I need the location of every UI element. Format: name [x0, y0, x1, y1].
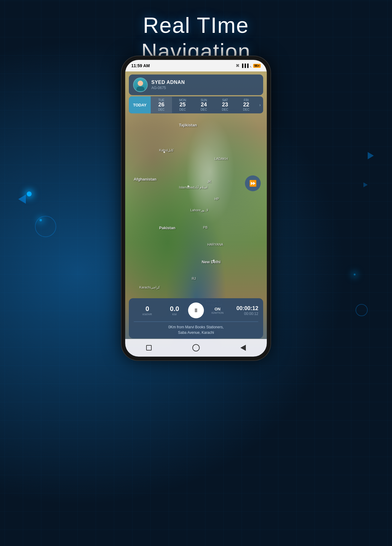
deco-triangle-right2 — [363, 182, 368, 187]
bottom-panel: 0 KM/HR 0.0 KM ⏸ ON IGNITION — [129, 298, 263, 338]
map-label-tajikistan: Tajikistan — [179, 123, 197, 127]
deco-circle-1 — [35, 216, 56, 237]
date-strip[interactable]: TODAY TUE 26 DEC MON 25 DEC SUN — [129, 96, 263, 113]
nav-circle-icon — [192, 344, 200, 351]
timer-stat: 00:00:12 00:00:12 — [231, 305, 259, 316]
map-label-afghanistan: Afghanistan — [134, 177, 156, 181]
date-item-sun[interactable]: SUN 24 DEC — [193, 97, 215, 113]
map-dot-delhi — [213, 260, 215, 261]
date-month-4: DEC — [237, 108, 256, 111]
date-day-num-2: 24 — [194, 102, 213, 108]
phone-screen: 11:59 AM ⌘ ▐▐▐ ◟ 96+ Tajikistan Afghanis… — [125, 60, 267, 357]
divider — [134, 321, 258, 322]
timer-main: 00:00:12 — [231, 305, 259, 312]
map-label-rj: RJ — [192, 277, 196, 280]
stats-row: 0 KM/HR 0.0 KM ⏸ ON IGNITION — [134, 302, 258, 318]
speed-value: 0 — [134, 305, 161, 313]
deco-triangle-left — [18, 195, 26, 204]
map-label-kabul: Kabulکابل — [159, 148, 174, 152]
speed-stat: 0 KM/HR — [134, 305, 161, 316]
date-day-num-0: 26 — [152, 102, 171, 108]
deco-triangle-right — [368, 152, 374, 159]
status-icons: ⌘ ▐▐▐ ◟ 96+ — [236, 64, 261, 68]
fast-forward-icon: ⏩ — [249, 180, 257, 187]
map-label-pb: PB — [203, 226, 208, 229]
date-day-num-3: 23 — [216, 102, 235, 108]
pause-icon: ⏸ — [193, 307, 199, 314]
map-label-newdelhi: New Delhi — [202, 260, 221, 264]
ignition-label: IGNITION — [204, 311, 231, 314]
map-label-karachi: Karachiکراچی — [139, 285, 160, 289]
glow-dot-1 — [27, 192, 32, 196]
battery-icon: 96+ — [253, 64, 261, 68]
distance-value: 0.0 — [161, 305, 188, 313]
nav-square-icon — [146, 345, 152, 351]
map-label-jk: JK — [207, 180, 211, 183]
user-name: SYED ADNAN — [151, 80, 259, 85]
ignition-stat: ON IGNITION — [204, 307, 231, 314]
map-label-lahore: Lahoreلاہور — [190, 208, 208, 212]
phone-nav-bar — [125, 339, 267, 357]
phone-frame: 11:59 AM ⌘ ▐▐▐ ◟ 96+ Tajikistan Afghanis… — [122, 56, 270, 360]
nav-home-button[interactable] — [191, 343, 201, 352]
nav-square-button[interactable] — [144, 343, 153, 352]
user-avatar — [133, 78, 148, 92]
user-id: AG-0675 — [151, 86, 259, 90]
phone-mockup: 11:59 AM ⌘ ▐▐▐ ◟ 96+ Tajikistan Afghanis… — [122, 56, 270, 360]
map-label-haryana: HARYANA — [207, 243, 223, 246]
bluetooth-icon: ⌘ — [236, 64, 239, 68]
date-item-tue[interactable]: TUE 26 DEC — [151, 97, 172, 113]
date-items: TUE 26 DEC MON 25 DEC SUN 24 DEC — [151, 96, 257, 113]
date-day-num-4: 22 — [237, 102, 256, 108]
map-label-pakistan: Pakistan — [159, 226, 175, 230]
date-arrow-right[interactable]: › — [257, 96, 263, 113]
date-month-3: DEC — [216, 108, 235, 111]
signal-icon: ▐▐▐ — [241, 64, 249, 68]
distance-label: KM — [161, 313, 188, 316]
map-label-islamabad: Islamabadاسلام آباد — [179, 185, 208, 189]
avatar-figure — [134, 78, 147, 92]
nav-back-button[interactable] — [239, 343, 248, 352]
user-header-card: SYED ADNAN AG-0675 — [129, 74, 263, 95]
date-item-sat[interactable]: SAT 23 DEC — [215, 97, 236, 113]
map-label-ladakh: LADAKH — [215, 157, 228, 161]
date-month-0: DEC — [152, 108, 171, 111]
pause-button[interactable]: ⏸ — [188, 302, 204, 318]
fast-forward-button[interactable]: ⏩ — [245, 175, 261, 191]
distance-stat: 0.0 KM — [161, 305, 188, 316]
date-today-button[interactable]: TODAY — [129, 96, 151, 113]
date-month-2: DEC — [194, 108, 213, 111]
map-label-hp: HP — [215, 197, 219, 201]
nav-triangle-icon — [240, 345, 246, 351]
speed-label: KM/HR — [134, 313, 161, 316]
date-day-num-1: 25 — [173, 102, 192, 108]
status-time: 11:59 AM — [131, 63, 150, 68]
status-bar: 11:59 AM ⌘ ▐▐▐ ◟ 96+ — [125, 60, 267, 71]
user-info: SYED ADNAN AG-0675 — [151, 80, 259, 90]
date-month-1: DEC — [173, 108, 192, 111]
date-today-label: TODAY — [133, 103, 146, 107]
wifi-icon: ◟ — [250, 64, 252, 68]
map-dot-kabul — [163, 151, 165, 153]
ignition-status: ON — [204, 307, 231, 311]
deco-circle-2 — [356, 304, 368, 316]
avatar-head — [138, 81, 143, 86]
avatar-body — [136, 87, 144, 91]
date-item-mon[interactable]: MON 25 DEC — [172, 97, 193, 113]
timer-sub: 00:00:12 — [231, 312, 259, 316]
location-text: 0Km from Marvi Books Stationers,Saba Ave… — [134, 324, 258, 335]
glow-dot-3 — [354, 274, 356, 275]
date-item-fri[interactable]: FRI 22 DEC — [236, 97, 257, 113]
